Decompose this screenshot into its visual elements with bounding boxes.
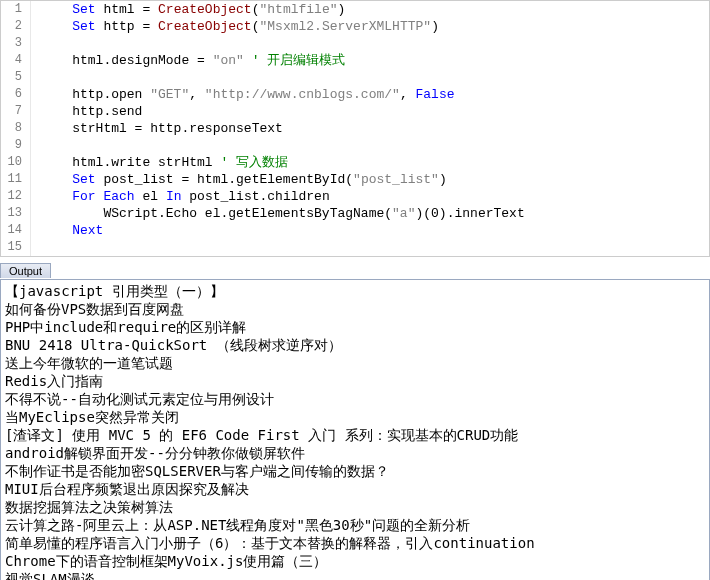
output-line: android解锁界面开发--分分钟教你做锁屏软件 xyxy=(5,444,705,462)
output-line: 如何备份VPS数据到百度网盘 xyxy=(5,300,705,318)
code-content[interactable] xyxy=(31,69,49,86)
line-number: 14 xyxy=(1,222,31,239)
code-line[interactable]: 1 Set html = CreateObject("htmlfile") xyxy=(1,1,709,18)
line-number: 3 xyxy=(1,35,31,52)
code-content[interactable]: WScript.Echo el.getElementsByTagName("a"… xyxy=(31,205,525,222)
line-number: 10 xyxy=(1,154,31,171)
output-line: MIUI后台程序频繁退出原因探究及解决 xyxy=(5,480,705,498)
code-line[interactable]: 12 For Each el In post_list.children xyxy=(1,188,709,205)
code-line[interactable]: 4 html.designMode = "on" ' 开启编辑模式 xyxy=(1,52,709,69)
code-content[interactable]: Set http = CreateObject("Msxml2.ServerXM… xyxy=(31,18,439,35)
code-line[interactable]: 10 html.write strHtml ' 写入数据 xyxy=(1,154,709,171)
line-number: 15 xyxy=(1,239,31,256)
output-tab[interactable]: Output xyxy=(0,263,51,278)
output-line: 视觉SLAM漫谈 xyxy=(5,570,705,580)
code-line[interactable]: 15 xyxy=(1,239,709,256)
code-content[interactable] xyxy=(31,35,49,52)
code-editor[interactable]: 1 Set html = CreateObject("htmlfile")2 S… xyxy=(0,0,710,257)
code-content[interactable] xyxy=(31,239,49,256)
code-content[interactable]: http.open "GET", "http://www.cnblogs.com… xyxy=(31,86,455,103)
code-content[interactable]: http.send xyxy=(31,103,142,120)
code-content[interactable]: html.write strHtml ' 写入数据 xyxy=(31,154,288,171)
code-content[interactable]: strHtml = http.responseText xyxy=(31,120,283,137)
code-line[interactable]: 14 Next xyxy=(1,222,709,239)
output-line: 【javascript 引用类型（一）】 xyxy=(5,282,705,300)
output-line: 当MyEclipse突然异常关闭 xyxy=(5,408,705,426)
line-number: 5 xyxy=(1,69,31,86)
output-line: 不制作证书是否能加密SQLSERVER与客户端之间传输的数据？ xyxy=(5,462,705,480)
code-content[interactable]: For Each el In post_list.children xyxy=(31,188,330,205)
code-content[interactable]: Next xyxy=(31,222,103,239)
code-line[interactable]: 9 xyxy=(1,137,709,154)
code-content[interactable]: Set post_list = html.getElementById("pos… xyxy=(31,171,447,188)
line-number: 2 xyxy=(1,18,31,35)
line-number: 11 xyxy=(1,171,31,188)
code-line[interactable]: 2 Set http = CreateObject("Msxml2.Server… xyxy=(1,18,709,35)
output-line: [渣译文] 使用 MVC 5 的 EF6 Code First 入门 系列：实现… xyxy=(5,426,705,444)
output-panel: Output 【javascript 引用类型（一）】如何备份VPS数据到百度网… xyxy=(0,263,710,580)
code-line[interactable]: 5 xyxy=(1,69,709,86)
output-line: Chrome下的语音控制框架MyVoix.js使用篇（三） xyxy=(5,552,705,570)
output-line: BNU 2418 Ultra-QuickSort （线段树求逆序对） xyxy=(5,336,705,354)
output-line: Redis入门指南 xyxy=(5,372,705,390)
code-line[interactable]: 7 http.send xyxy=(1,103,709,120)
line-number: 4 xyxy=(1,52,31,69)
code-line[interactable]: 6 http.open "GET", "http://www.cnblogs.c… xyxy=(1,86,709,103)
line-number: 8 xyxy=(1,120,31,137)
line-number: 13 xyxy=(1,205,31,222)
code-line[interactable]: 13 WScript.Echo el.getElementsByTagName(… xyxy=(1,205,709,222)
output-line: 数据挖掘算法之决策树算法 xyxy=(5,498,705,516)
line-number: 6 xyxy=(1,86,31,103)
output-body[interactable]: 【javascript 引用类型（一）】如何备份VPS数据到百度网盘PHP中in… xyxy=(0,279,710,580)
line-number: 12 xyxy=(1,188,31,205)
code-content[interactable]: Set html = CreateObject("htmlfile") xyxy=(31,1,345,18)
code-content[interactable] xyxy=(31,137,49,154)
output-line: 送上今年微软的一道笔试题 xyxy=(5,354,705,372)
code-line[interactable]: 8 strHtml = http.responseText xyxy=(1,120,709,137)
line-number: 1 xyxy=(1,1,31,18)
code-content[interactable]: html.designMode = "on" ' 开启编辑模式 xyxy=(31,52,345,69)
output-line: 不得不说--自动化测试元素定位与用例设计 xyxy=(5,390,705,408)
line-number: 7 xyxy=(1,103,31,120)
output-line: 云计算之路-阿里云上：从ASP.NET线程角度对"黑色30秒"问题的全新分析 xyxy=(5,516,705,534)
code-line[interactable]: 11 Set post_list = html.getElementById("… xyxy=(1,171,709,188)
line-number: 9 xyxy=(1,137,31,154)
output-line: 简单易懂的程序语言入门小册子（6）：基于文本替换的解释器，引入continuat… xyxy=(5,534,705,552)
code-line[interactable]: 3 xyxy=(1,35,709,52)
output-line: PHP中include和require的区别详解 xyxy=(5,318,705,336)
